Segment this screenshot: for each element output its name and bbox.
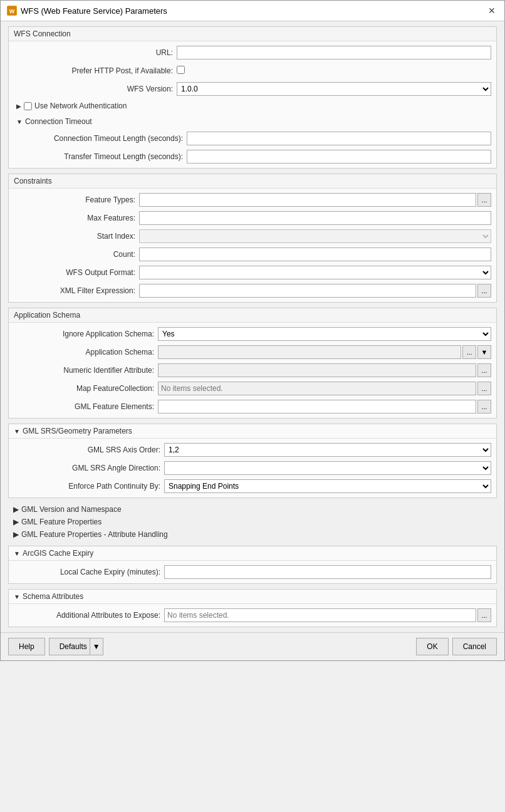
arcgis-cache-expiry-title: ArcGIS Cache Expiry — [23, 549, 93, 558]
gml-version-namespace-arrow: ▶ — [13, 505, 19, 514]
app-schema-body: Ignore Application Schema: Yes No Applic… — [9, 323, 496, 418]
app-schema-row: Application Schema: ... ▼ — [14, 345, 491, 360]
gml-srs-title: GML SRS/Geometry Parameters — [23, 427, 132, 435]
enforce-path-continuity-select[interactable]: Snapping End Points None — [164, 479, 491, 493]
gml-feature-elements-btn[interactable]: ... — [477, 400, 491, 414]
local-cache-expiry-input[interactable]: 60 — [164, 565, 491, 579]
gml-version-namespace-section[interactable]: ▶ GML Version and Namespace — [8, 503, 497, 516]
xml-filter-btn[interactable]: ... — [477, 284, 491, 298]
close-button[interactable]: ✕ — [486, 4, 498, 17]
app-schema-label: Application Schema: — [14, 348, 158, 357]
defaults-group: Defaults ▼ — [49, 638, 103, 655]
schema-attributes-header[interactable]: ▼ Schema Attributes — [9, 590, 496, 604]
transfer-timeout-row: Transfer Timeout Length (seconds): 90 — [24, 149, 491, 164]
numeric-id-attr-input[interactable] — [158, 363, 476, 377]
defaults-dropdown-btn[interactable]: ▼ — [90, 638, 103, 655]
gml-srs-section: ▼ GML SRS/Geometry Parameters GML SRS Ax… — [8, 424, 497, 498]
ok-button[interactable]: OK — [416, 638, 448, 655]
gml-srs-axis-order-row: GML SRS Axis Order: 1,2 2,1 — [14, 442, 491, 457]
gml-feature-properties-section[interactable]: ▶ GML Feature Properties — [8, 516, 497, 528]
ignore-app-schema-control: Yes No — [158, 327, 491, 341]
schema-attributes-title: Schema Attributes — [23, 592, 83, 601]
title-bar-left: W WFS (Web Feature Service) Parameters — [7, 6, 167, 16]
numeric-id-attr-btn[interactable]: ... — [477, 363, 491, 377]
gml-srs-axis-order-label: GML SRS Axis Order: — [14, 445, 164, 454]
prefer-http-row: Prefer HTTP Post, if Available: — [14, 63, 491, 78]
max-features-input[interactable]: 30000 — [139, 211, 491, 225]
max-features-label: Max Features: — [14, 214, 139, 222]
wfs-version-label: WFS Version: — [14, 85, 177, 93]
wfs-output-format-label: WFS Output Format: — [14, 268, 139, 277]
wfs-output-format-select[interactable] — [139, 266, 491, 279]
map-feature-collection-input[interactable] — [158, 382, 476, 395]
cancel-button[interactable]: Cancel — [452, 638, 497, 655]
transfer-timeout-control: 90 — [187, 150, 491, 164]
connection-timeout-label: Connection Timeout — [25, 117, 92, 126]
connection-timeout-header[interactable]: ▼ Connection Timeout — [14, 115, 491, 128]
feature-types-input[interactable]: s) and Hawaii VIIRS S-NPP 24hrs fires/ho… — [139, 193, 476, 207]
gml-srs-angle-direction-select[interactable] — [164, 461, 491, 475]
local-cache-expiry-label: Local Cache Expiry (minutes): — [14, 568, 164, 576]
feature-types-label: Feature Types: — [14, 195, 139, 204]
start-index-control — [139, 229, 491, 243]
gml-feature-properties-attribute-section[interactable]: ▶ GML Feature Properties - Attribute Han… — [8, 528, 497, 541]
arcgis-cache-expiry-section: ▼ ArcGIS Cache Expiry Local Cache Expiry… — [8, 546, 497, 584]
feature-types-btn[interactable]: ... — [477, 193, 491, 207]
constraints-section: Constraints Feature Types: s) and Hawaii… — [8, 174, 497, 303]
ignore-app-schema-select[interactable]: Yes No — [158, 327, 491, 341]
schema-attributes-section: ▼ Schema Attributes Additional Attribute… — [8, 589, 497, 627]
start-index-select[interactable] — [139, 229, 491, 243]
use-network-auth-row[interactable]: ▶ Use Network Authentication — [14, 100, 491, 112]
additional-attrs-btn[interactable]: ... — [477, 608, 491, 622]
dialog-icon: W — [7, 6, 17, 16]
conn-timeout-length-input[interactable]: 90 — [187, 132, 491, 145]
map-feature-collection-row: Map FeatureCollection: ... — [14, 381, 491, 396]
app-schema-header: Application Schema — [9, 308, 496, 323]
transfer-timeout-label: Transfer Timeout Length (seconds): — [24, 152, 187, 161]
gml-srs-angle-direction-control — [164, 461, 491, 475]
defaults-button[interactable]: Defaults — [49, 638, 90, 655]
transfer-timeout-input[interactable]: 90 — [187, 150, 491, 164]
url-input[interactable]: /wfs/USA_contiguous_and_Hawaii/YOUR_MAP_… — [177, 46, 491, 60]
prefer-http-label: Prefer HTTP Post, if Available: — [14, 66, 177, 75]
app-schema-dropdown-btn[interactable]: ▼ — [477, 345, 491, 359]
app-schema-browse-btn[interactable]: ... — [462, 345, 476, 359]
wfs-version-select[interactable]: 1.0.0 1.1.0 2.0.0 — [177, 82, 491, 96]
local-cache-expiry-row: Local Cache Expiry (minutes): 60 — [14, 565, 491, 580]
numeric-id-attr-control: ... — [158, 363, 491, 377]
count-control — [139, 247, 491, 261]
gml-srs-angle-direction-label: GML SRS Angle Direction: — [14, 464, 164, 472]
footer: Help Defaults ▼ OK Cancel — [1, 632, 504, 660]
map-feature-collection-btn[interactable]: ... — [477, 382, 491, 395]
use-network-auth-checkbox[interactable] — [24, 102, 32, 110]
schema-attributes-body: Additional Attributes to Expose: ... — [9, 604, 496, 627]
connection-timeout-body: Connection Timeout Length (seconds): 90 … — [14, 131, 491, 164]
prefer-http-checkbox[interactable] — [177, 66, 185, 74]
gml-feature-properties-attribute-arrow: ▶ — [13, 530, 19, 539]
gml-feature-elements-input[interactable] — [158, 400, 476, 414]
collapsed-sections-container: ▶ GML Version and Namespace ▶ GML Featur… — [8, 503, 497, 541]
gml-feature-elements-label: GML Feature Elements: — [14, 402, 158, 411]
gml-feature-elements-row: GML Feature Elements: ... — [14, 399, 491, 414]
enforce-path-continuity-label: Enforce Path Continuity By: — [14, 482, 164, 491]
ignore-app-schema-row: Ignore Application Schema: Yes No — [14, 326, 491, 341]
title-bar: W WFS (Web Feature Service) Parameters ✕ — [1, 1, 504, 21]
content-area: WFS Connection URL: /wfs/USA_contiguous_… — [1, 21, 504, 632]
gml-srs-axis-order-select[interactable]: 1,2 2,1 — [164, 443, 491, 457]
max-features-control: 30000 — [139, 211, 491, 225]
arcgis-cache-expiry-header[interactable]: ▼ ArcGIS Cache Expiry — [9, 546, 496, 561]
additional-attrs-input[interactable] — [164, 608, 476, 622]
wfs-connection-section: WFS Connection URL: /wfs/USA_contiguous_… — [8, 26, 497, 169]
conn-timeout-length-label: Connection Timeout Length (seconds): — [24, 134, 187, 143]
footer-right: OK Cancel — [416, 638, 497, 655]
app-schema-input[interactable] — [158, 345, 461, 359]
help-button[interactable]: Help — [8, 638, 45, 655]
gml-srs-header[interactable]: ▼ GML SRS/Geometry Parameters — [9, 424, 496, 439]
gml-srs-arrow: ▼ — [14, 428, 20, 435]
count-input[interactable] — [139, 247, 491, 261]
count-row: Count: — [14, 247, 491, 262]
application-schema-section: Application Schema Ignore Application Sc… — [8, 308, 497, 419]
xml-filter-input[interactable] — [139, 284, 476, 298]
arcgis-cache-expiry-arrow: ▼ — [14, 550, 20, 557]
schema-attributes-arrow: ▼ — [14, 593, 20, 600]
